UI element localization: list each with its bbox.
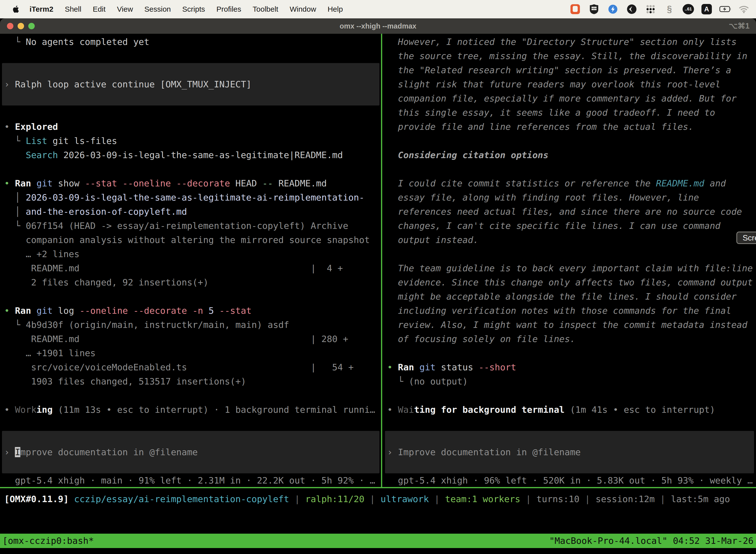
terminal-line: including verification notes with those …: [387, 303, 756, 318]
terminal-line: [387, 417, 756, 431]
terminal-line: [4, 431, 381, 445]
terminal-line: [387, 247, 756, 261]
terminal-line: [4, 417, 381, 431]
screen-tooltip: Scre: [737, 232, 756, 244]
menu-item-shell[interactable]: Shell: [59, 5, 87, 13]
tmux-host-clock: "MacBook-Pro-44.local" 04:52 31-Mar-26: [549, 534, 754, 548]
terminal-line: • Waiting for background terminal (1m 41…: [387, 403, 756, 417]
battery-percent-badge-icon[interactable]: ..61: [683, 4, 694, 14]
terminal-line: [387, 346, 756, 360]
terminal-line: review. Also, I might want to inspect th…: [387, 318, 756, 332]
menu-item-help[interactable]: Help: [322, 5, 349, 13]
terminal-line: However, I noticed the "Directory Struct…: [387, 35, 756, 49]
terminal-line: └ 4b9d30f (origin/main, instructkr/main,…: [4, 318, 381, 332]
terminal-line: might be acceptable alongside the file l…: [387, 289, 756, 303]
terminal-line: … +1901 lines: [4, 346, 381, 360]
terminal-line: • Ran git show --stat --oneline --decora…: [4, 176, 381, 190]
window-title-bar[interactable]: omx --xhigh --madmax ⌥⌘1: [0, 18, 756, 34]
terminal-line: [387, 431, 756, 445]
chat-app-icon[interactable]: [569, 3, 581, 15]
terminal-line: 2 files changed, 92 insertions(+): [4, 275, 381, 289]
menu-item-view[interactable]: View: [111, 5, 139, 13]
menu-item-toolbelt[interactable]: Toolbelt: [247, 5, 284, 13]
terminal-line: • Explored: [4, 120, 381, 134]
menu-item-edit[interactable]: Edit: [87, 5, 111, 13]
terminal-line: companion analysis without altering the …: [4, 233, 381, 247]
terminal-line: │ 2026-03-09-is-legal-the-same-as-legiti…: [4, 190, 381, 205]
menu-item-window[interactable]: Window: [284, 5, 322, 13]
terminal-line: gpt-5.4 xhigh · main · 91% left · 2.31M …: [4, 473, 381, 488]
terminal-line: output instead.: [387, 233, 756, 247]
terminal-line: the "Related research writing" section i…: [387, 63, 756, 77]
terminal-area[interactable]: └ No agents completed yet › Ralph loop a…: [0, 34, 756, 487]
terminal-line: the source tree, missing the essay. Stil…: [387, 49, 756, 63]
menu-items: ShellEditViewSessionScriptsProfilesToolb…: [59, 5, 349, 13]
terminal-line: references need actual files, and since …: [387, 205, 756, 219]
terminal-line: changes, I can't cite specific file line…: [387, 219, 756, 233]
menu-left: iTerm2 ShellEditViewSessionScriptsProfil…: [0, 5, 349, 13]
shield-app-icon[interactable]: [588, 3, 600, 15]
menu-item-session[interactable]: Session: [139, 5, 177, 13]
keyboard-layout-icon[interactable]: A: [701, 4, 712, 14]
tmux-status-bar: [omx-cczip0:bash* "MacBook-Pro-44.local"…: [0, 534, 756, 548]
terminal-line: this single essay, it seems like a good …: [387, 106, 756, 120]
terminal-line: README.md | 4 +: [4, 261, 381, 275]
terminal-line: src/voice/voiceModeEnabled.ts | 54 +: [4, 360, 381, 374]
terminal-line: │ and-the-erosion-of-copyleft.md: [4, 205, 381, 219]
snake-app-icon[interactable]: §: [664, 3, 675, 15]
terminal-line: [4, 91, 381, 106]
terminal-line: └ (no output): [387, 374, 756, 388]
terminal-line: [387, 162, 756, 176]
terminal-line: evidence. Since this change only affects…: [387, 275, 756, 289]
terminal-line: of focusing solely on file lines.: [387, 332, 756, 346]
right-pane[interactable]: However, I noticed the "Directory Struct…: [383, 34, 756, 487]
terminal-line: • Ran git log --oneline --decorate -n 5 …: [4, 303, 381, 318]
menu-item-profiles[interactable]: Profiles: [210, 5, 247, 13]
terminal-line: [387, 388, 756, 403]
window-shortcut: ⌥⌘1: [729, 18, 750, 34]
apple-menu-icon[interactable]: [7, 5, 24, 13]
terminal-line: slight risk that future readers may over…: [387, 77, 756, 91]
terminal-line: [4, 289, 381, 303]
terminal-line: └ List git ls-files: [4, 134, 381, 148]
terminal-line: [4, 388, 381, 403]
window-title: omx --xhigh --madmax: [0, 18, 756, 34]
wifi-icon[interactable]: [738, 3, 750, 15]
terminal-line: I could cite commit statistics or refere…: [387, 176, 756, 190]
terminal-line: └ No agents completed yet: [4, 35, 381, 49]
navigator-app-icon[interactable]: [607, 3, 619, 15]
terminal-line: [4, 49, 381, 63]
terminal-line: Considering citation options: [387, 148, 756, 162]
terminal-line: › Ralph loop active continue [OMX_TMUX_I…: [4, 77, 381, 91]
terminal-line: 1903 files changed, 513517 insertions(+): [4, 374, 381, 388]
left-pane[interactable]: └ No agents completed yet › Ralph loop a…: [0, 34, 381, 487]
terminal-line: README.md | 280 +: [4, 332, 381, 346]
terminal-line: essay file, along with finding root file…: [387, 190, 756, 205]
terminal-line: • Working (11m 13s • esc to interrupt) ·…: [4, 403, 381, 417]
menu-item-iterm2[interactable]: iTerm2: [24, 5, 59, 13]
terminal-line: › Improve documentation in @filename: [387, 445, 756, 459]
menu-item-scripts[interactable]: Scripts: [177, 5, 211, 13]
terminal-line: › Improve documentation in @filename: [4, 445, 381, 459]
terminal-line: provide file and line references from th…: [387, 120, 756, 134]
pane-divider[interactable]: [381, 34, 382, 487]
omx-status-line: [OMX#0.11.9] cczip/essay/ai-reimplementa…: [0, 492, 756, 506]
terminal-line: gpt-5.4 xhigh · 96% left · 520K in · 5.8…: [387, 473, 756, 488]
dots-grid-icon[interactable]: [645, 3, 656, 15]
battery-icon[interactable]: [719, 3, 731, 15]
terminal-line: [4, 63, 381, 77]
terminal-line: • Ran git status --short: [387, 360, 756, 374]
terminal-line: … +2 lines: [4, 247, 381, 261]
terminal-line: └ 067f154 (HEAD -> essay/ai-reimplementa…: [4, 219, 381, 233]
terminal-line: [4, 106, 381, 120]
terminal-line: [4, 162, 381, 176]
horizontal-pane-border: [0, 487, 756, 488]
terminal-line: [387, 134, 756, 148]
terminal-line: The team guideline is to back every impo…: [387, 261, 756, 275]
terminal-line: [4, 459, 381, 473]
media-app-icon[interactable]: [626, 3, 637, 15]
terminal-line: companion file, especially if more comme…: [387, 91, 756, 106]
terminal-line: [OMX#0.11.9] cczip/essay/ai-reimplementa…: [4, 492, 756, 506]
tmux-session-label[interactable]: [omx-cczip0:bash*: [2, 534, 94, 548]
macos-menu-bar: iTerm2 ShellEditViewSessionScriptsProfil…: [0, 0, 756, 18]
